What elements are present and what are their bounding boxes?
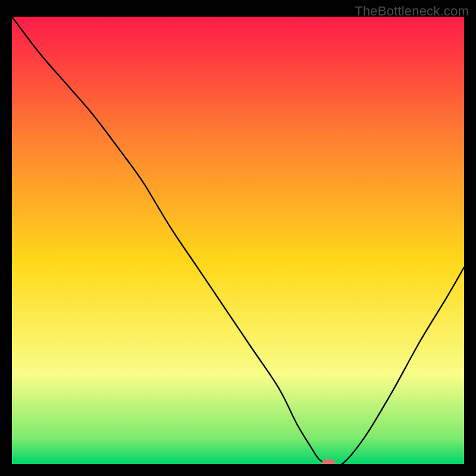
- gradient-background: [12, 17, 464, 464]
- plot-area: [12, 17, 464, 464]
- watermark-text: TheBottleneck.com: [355, 4, 469, 19]
- chart-frame: TheBottleneck.com: [0, 0, 476, 476]
- optimal-marker: [322, 459, 335, 464]
- chart-svg: [12, 17, 464, 464]
